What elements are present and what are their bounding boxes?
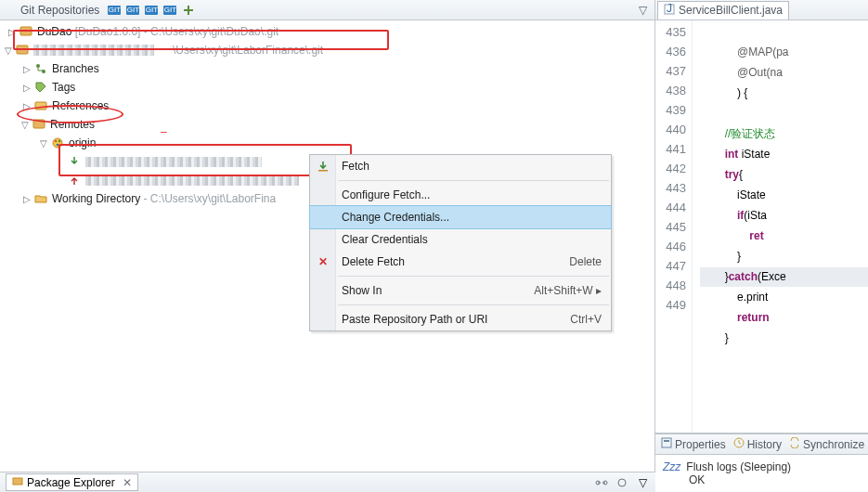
- ctx-paste-accel: Ctrl+V: [570, 313, 602, 326]
- svg-point-4: [36, 64, 40, 68]
- references-icon: [33, 98, 48, 113]
- fetch-icon: [316, 159, 330, 174]
- repo-icon: [19, 24, 33, 39]
- redacted-text: [85, 175, 299, 186]
- svg-rect-7: [33, 120, 45, 128]
- ctx-paste-repo[interactable]: Paste Repository Path or URI Ctrl+V: [310, 308, 611, 330]
- view-toolbar: GIT GIT GIT GIT: [107, 3, 196, 18]
- expand-icon[interactable]: ▷: [6, 27, 19, 37]
- view-tabbar: Git Repositories GIT GIT GIT GIT ▽: [0, 0, 654, 20]
- code-editor[interactable]: 435436437 438439440 441442443 444445446 …: [655, 20, 868, 434]
- folder-icon: [33, 191, 48, 206]
- repo-laborfinance[interactable]: ▽ \Users\xy\git\LaborFinance\.git: [0, 41, 654, 59]
- java-file-icon: J: [664, 4, 675, 18]
- remotes-icon: [32, 117, 46, 132]
- view-menu-icon[interactable]: ▽: [635, 475, 650, 490]
- progress-line-1: Flush logs (Sleeping): [686, 460, 791, 473]
- repo-path: - C:\Users\xy\git\DuDao\.git: [144, 25, 279, 38]
- tab-synchronize[interactable]: Synchronize: [789, 437, 864, 451]
- editor-tab-label: ServiceBillClient.java: [679, 4, 783, 17]
- collapse-icon[interactable]: ▽: [2, 45, 15, 56]
- submenu-arrow-icon: ▸: [596, 284, 602, 297]
- redacted-text: [85, 157, 262, 167]
- workdir-path: - C:\Users\xy\git\LaborFina: [143, 192, 276, 205]
- toolbar-icon-1[interactable]: GIT: [107, 3, 122, 18]
- tree-origin[interactable]: ▽ origin: [0, 134, 654, 152]
- svg-rect-19: [662, 438, 671, 447]
- ctx-fetch[interactable]: Fetch: [310, 155, 611, 177]
- tree-references[interactable]: ▷ References: [0, 97, 654, 115]
- editor-tabbar: J ServiceBillClient.java: [655, 0, 868, 20]
- ctx-delete-accel: Delete: [569, 255, 602, 268]
- ctx-show-in-accel: Alt+Shift+W: [534, 284, 596, 297]
- collapse-icon[interactable]: ▽: [37, 138, 50, 149]
- svg-point-9: [55, 140, 58, 143]
- expand-icon[interactable]: ▷: [20, 194, 33, 204]
- svg-point-16: [618, 479, 626, 486]
- git-icon: [4, 4, 17, 17]
- ctx-fetch-label: Fetch: [342, 160, 369, 173]
- repo-icon: [15, 43, 30, 58]
- svg-point-11: [57, 144, 59, 147]
- toolbar-icon-3[interactable]: GIT: [144, 3, 159, 18]
- svg-rect-12: [318, 170, 328, 172]
- svg-rect-6: [35, 102, 46, 110]
- toolbar-icon-5[interactable]: [181, 3, 196, 18]
- view-menu-caret[interactable]: ▽: [635, 4, 651, 17]
- editor-tab[interactable]: J ServiceBillClient.java: [657, 1, 789, 19]
- svg-rect-3: [17, 45, 28, 54]
- toolbar-icon-2[interactable]: GIT: [125, 3, 140, 18]
- ctx-configure-fetch[interactable]: Configure Fetch...: [310, 184, 611, 206]
- svg-point-8: [53, 138, 62, 148]
- focus-icon[interactable]: [615, 475, 629, 490]
- repo-path-tail: \Users\xy\git\LaborFinance\.git: [173, 44, 323, 57]
- push-spec-icon: [67, 173, 82, 188]
- ctx-show-in[interactable]: Show In Alt+Shift+W ▸: [310, 279, 611, 302]
- context-menu: Fetch Configure Fetch... Change Credenti…: [309, 154, 612, 331]
- bottom-view-tabbar: Properties History Synchronize: [655, 434, 868, 455]
- references-label: References: [52, 99, 109, 112]
- branches-icon: [33, 61, 48, 76]
- git-repositories-view: Git Repositories GIT GIT GIT GIT ▽ ▷ DuD…: [0, 0, 655, 492]
- repo-dudao[interactable]: ▷ DuDao [DuDao1.0.0] - C:\Users\xy\git\D…: [0, 22, 654, 41]
- ctx-clear-credentials[interactable]: Clear Credentials: [310, 228, 611, 251]
- close-icon[interactable]: ✕: [123, 476, 132, 489]
- properties-icon: [661, 437, 672, 451]
- ctx-change-credentials-label: Change Credentials...: [342, 211, 449, 224]
- collapse-icon[interactable]: ▽: [19, 120, 32, 130]
- fetch-spec-icon: [67, 154, 82, 169]
- toolbar-icon-4[interactable]: GIT: [162, 3, 177, 18]
- view-tab-git-repositories[interactable]: Git Repositories: [4, 4, 99, 17]
- ctx-change-credentials[interactable]: Change Credentials...: [310, 206, 611, 228]
- expand-icon[interactable]: ▷: [20, 64, 33, 74]
- expand-icon[interactable]: ▷: [20, 101, 33, 111]
- ctx-clear-credentials-label: Clear Credentials: [342, 233, 428, 246]
- svg-rect-1: [188, 6, 189, 15]
- svg-rect-2: [20, 27, 32, 35]
- svg-text:J: J: [667, 4, 672, 15]
- ctx-delete-fetch-label: Delete Fetch: [342, 255, 405, 268]
- link-with-editor-icon[interactable]: [594, 475, 609, 490]
- tree-tags[interactable]: ▷ Tags: [0, 78, 654, 97]
- tab-history[interactable]: History: [733, 437, 782, 451]
- package-explorer-label: Package Explorer: [27, 476, 115, 489]
- history-icon: [733, 437, 745, 451]
- expand-icon[interactable]: ▷: [20, 83, 33, 93]
- progress-line-2: OK: [663, 473, 861, 486]
- bottom-views: Properties History Synchronize ZzzFlush …: [655, 434, 868, 492]
- tab-package-explorer[interactable]: Package Explorer ✕: [6, 473, 138, 491]
- progress-view-body: ZzzFlush logs (Sleeping) OK: [655, 455, 868, 492]
- remotes-label: Remotes: [50, 118, 95, 131]
- tree-remotes[interactable]: ▽ Remotes: [0, 115, 654, 134]
- redacted-text: [33, 45, 154, 56]
- svg-rect-20: [664, 440, 669, 442]
- tree-branches[interactable]: ▷ Branches: [0, 59, 654, 78]
- ctx-delete-fetch[interactable]: ✕ Delete Fetch Delete: [310, 251, 611, 273]
- right-panel: J ServiceBillClient.java 435436437 43843…: [655, 0, 868, 492]
- tags-icon: [33, 80, 48, 95]
- code-area[interactable]: @MAP(pa @Out(na ) { //验证状态 int iState tr…: [693, 20, 868, 433]
- tab-properties[interactable]: Properties: [661, 437, 726, 451]
- repo-name: DuDao: [37, 25, 71, 38]
- origin-label: origin: [69, 136, 96, 149]
- sleeping-icon: Zzz: [663, 460, 680, 473]
